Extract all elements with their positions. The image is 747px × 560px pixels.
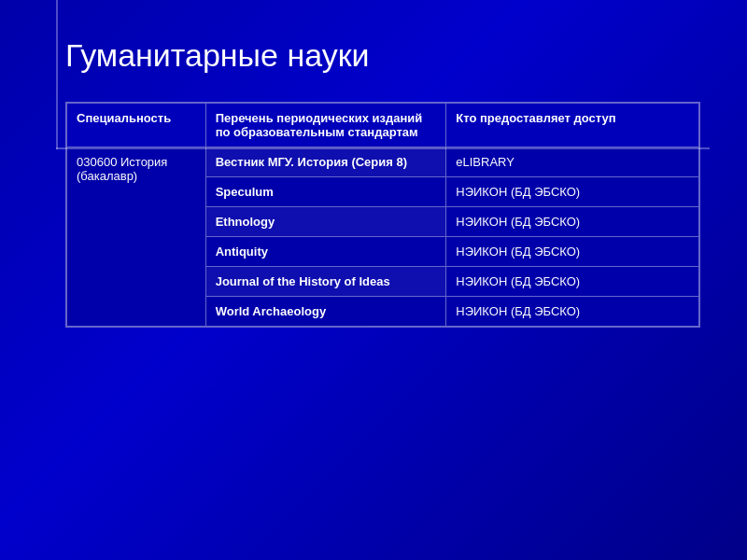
provider-cell: НЭИКОН (БД ЭБСКО) [446,177,699,207]
page-container: Гуманитарные науки Специальность Перечен… [0,0,747,346]
journal-title-cell: Antiquity [205,237,446,267]
col-header-specialty: Специальность [66,103,205,147]
provider-cell: НЭИКОН (БД ЭБСКО) [446,207,699,237]
provider-cell: НЭИКОН (БД ЭБСКО) [446,297,699,328]
provider-cell: НЭИКОН (БД ЭБСКО) [446,237,699,267]
journal-title-cell: World Archaeology [205,297,446,328]
journal-title-cell: Вестник МГУ. История (Серия 8) [205,147,446,177]
provider-cell: НЭИКОН (БД ЭБСКО) [446,267,699,297]
main-table: Специальность Перечень периодических изд… [65,102,700,328]
provider-cell: eLIBRARY [446,147,699,177]
specialty-cell: 030600 История (бакалавр) [66,147,205,328]
table-row: 030600 История (бакалавр)Вестник МГУ. Ис… [66,147,699,177]
page-title: Гуманитарные науки [65,37,700,74]
journal-title-cell: Journal of the History of Ideas [205,267,446,297]
col-header-provider: Кто предоставляет доступ [446,103,699,147]
journal-title-cell: Ethnology [205,207,446,237]
col-header-periodicals: Перечень периодических изданий по образо… [205,103,446,147]
journal-title-cell: Speculum [205,177,446,207]
